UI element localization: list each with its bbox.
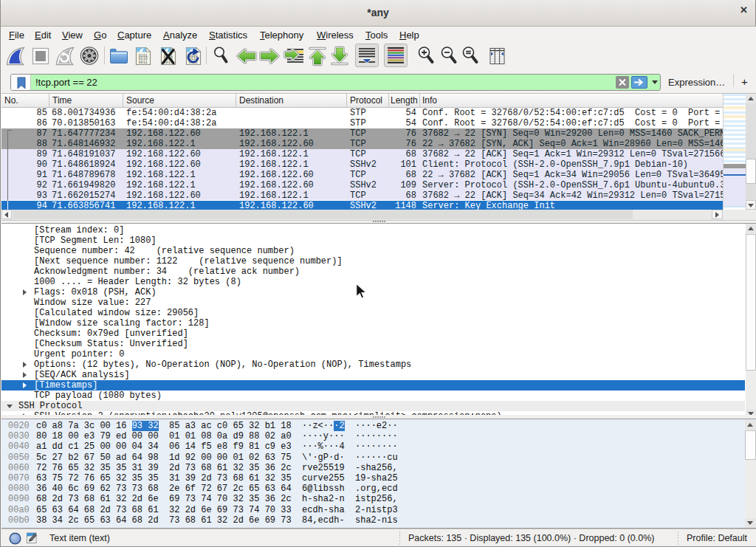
svg-text:0011: 0011	[139, 61, 148, 65]
